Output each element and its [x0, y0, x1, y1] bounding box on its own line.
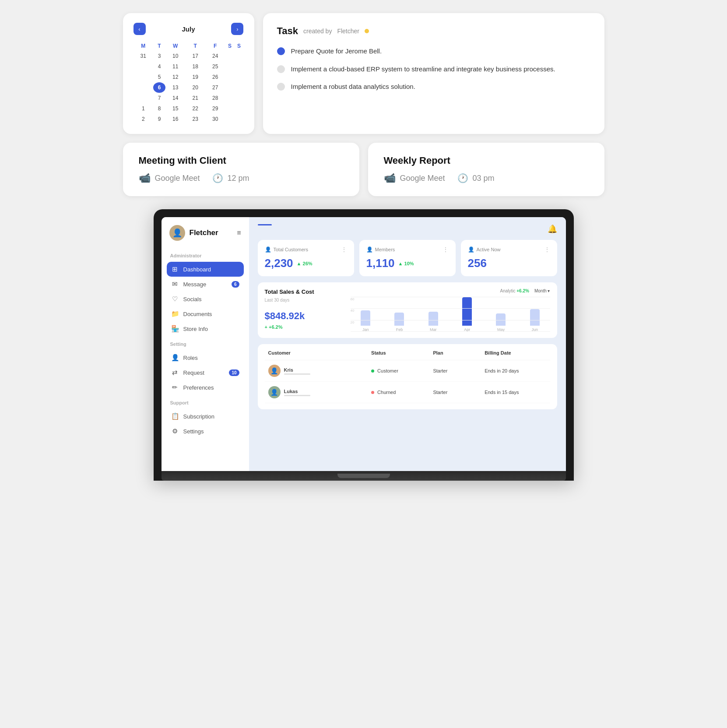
- cal-day[interactable]: 22: [185, 103, 205, 114]
- chart-month-button[interactable]: Month ▾: [534, 288, 550, 293]
- cal-day: [225, 82, 234, 93]
- cal-day[interactable]: 4: [153, 61, 165, 72]
- cal-day[interactable]: 29: [205, 103, 225, 114]
- sidebar-item-message[interactable]: ✉ Message 6: [167, 277, 244, 292]
- sidebar-item-icon: 📋: [171, 412, 179, 420]
- cal-day[interactable]: 28: [205, 93, 225, 103]
- stat-menu-icon[interactable]: ⋮: [443, 246, 449, 253]
- sidebar-item-settings[interactable]: ⚙ Settings: [167, 424, 244, 439]
- cal-day[interactable]: 15: [165, 103, 185, 114]
- stat-bottom: 256: [468, 257, 550, 270]
- sidebar-item-label: Message: [183, 281, 207, 288]
- task-item: Prepare Quote for Jerome Bell.: [277, 46, 590, 56]
- cal-day[interactable]: 25: [205, 61, 225, 72]
- sidebar-item-icon: ✏: [171, 383, 179, 391]
- status-label: Churned: [377, 390, 396, 395]
- cal-day[interactable]: 2: [133, 114, 153, 124]
- table-header-cell: Plan: [433, 350, 485, 355]
- sidebar-section-support: Support: [167, 397, 244, 407]
- platform-label: Google Meet: [400, 174, 445, 183]
- sidebar-item-documents[interactable]: 📁 Documents: [167, 306, 244, 321]
- top-section: ‹ July › M T W T F S S 31310172441118255…: [123, 13, 604, 134]
- table-header-cell: Status: [371, 350, 433, 355]
- cal-day[interactable]: 5: [153, 72, 165, 82]
- task-created-by: Fletcher: [337, 28, 359, 35]
- cal-day[interactable]: 20: [185, 82, 205, 93]
- cal-day[interactable]: 19: [185, 72, 205, 82]
- cal-day: [225, 72, 234, 82]
- sidebar-item-store-info[interactable]: 🏪 Store Info: [167, 321, 244, 336]
- cal-day[interactable]: 11: [165, 61, 185, 72]
- time-label: 03 pm: [473, 174, 495, 183]
- chart-value: $848.92k: [265, 310, 344, 322]
- bar: [361, 310, 370, 326]
- sidebar-section-setting: Setting: [167, 338, 244, 348]
- hamburger-icon[interactable]: ≡: [237, 229, 241, 237]
- cal-day[interactable]: 27: [205, 82, 225, 93]
- stat-card-1: 👤 Members ⋮ 1,110 ▲ 10%: [359, 240, 456, 276]
- sidebar-item-socials[interactable]: ♡ Socials: [167, 292, 244, 306]
- status-cell: Churned: [371, 390, 433, 395]
- laptop-screen: 👤 Fletcher ≡ Administrator ⊞ Dashboard ✉…: [162, 217, 566, 471]
- task-created-label: created by: [303, 28, 332, 35]
- cal-day[interactable]: 10: [165, 51, 185, 61]
- sidebar-item-request[interactable]: ⇄ Request 10: [167, 365, 244, 380]
- sidebar-item-icon: 📁: [171, 310, 179, 318]
- status-label: Customer: [377, 368, 398, 373]
- profile-name: Fletcher: [190, 229, 218, 237]
- platform-label: Google Meet: [155, 174, 200, 183]
- cal-day[interactable]: 26: [205, 72, 225, 82]
- cal-day[interactable]: 16: [165, 114, 185, 124]
- table-row: 👤 Lukas Churned Starter Ends in 15 days: [265, 382, 550, 403]
- stat-menu-icon[interactable]: ⋮: [341, 246, 347, 253]
- prev-month-button[interactable]: ‹: [133, 23, 146, 35]
- stat-label: 👤 Members: [366, 246, 395, 253]
- task-bullet: [277, 65, 285, 73]
- stat-icon: 👤: [468, 246, 474, 253]
- sidebar-profile: 👤 Fletcher ≡: [167, 225, 244, 241]
- task-card: Task created by Fletcher Prepare Quote f…: [263, 13, 604, 134]
- cal-day[interactable]: 17: [185, 51, 205, 61]
- cal-day[interactable]: 14: [165, 93, 185, 103]
- sidebar-item-icon: 👤: [171, 354, 179, 362]
- bar-label: Jun: [532, 327, 538, 332]
- cal-day[interactable]: 3: [153, 51, 165, 61]
- cal-day[interactable]: 13: [165, 82, 185, 93]
- cal-day[interactable]: 6: [153, 82, 165, 93]
- plan-cell: Starter: [433, 368, 485, 373]
- cal-day: [225, 93, 234, 103]
- bar-label: May: [497, 327, 505, 332]
- table-header-row: CustomerStatusPlanBilling Date: [265, 350, 550, 360]
- next-month-button[interactable]: ›: [231, 23, 243, 35]
- task-bullet: [277, 47, 285, 55]
- task-header: Task created by Fletcher: [277, 25, 590, 37]
- main-header: 🔔: [258, 224, 557, 234]
- sidebar-item-roles[interactable]: 👤 Roles: [167, 350, 244, 365]
- cal-day[interactable]: 12: [165, 72, 185, 82]
- calendar-month: July: [182, 25, 195, 33]
- cal-day[interactable]: 21: [185, 93, 205, 103]
- cal-day[interactable]: 8: [153, 103, 165, 114]
- cal-day: [234, 82, 243, 93]
- cal-day[interactable]: 9: [153, 114, 165, 124]
- cal-day[interactable]: 31: [133, 51, 153, 61]
- stat-value: 2,230: [265, 257, 293, 270]
- cal-day[interactable]: 1: [133, 103, 153, 114]
- stat-menu-icon[interactable]: ⋮: [544, 246, 550, 253]
- sidebar-item-subscription[interactable]: 📋 Subscription: [167, 409, 244, 424]
- chart-analytic: Analytic +6.2%: [500, 288, 529, 293]
- cal-day[interactable]: 23: [185, 114, 205, 124]
- customer-avatar: 👤: [268, 365, 281, 377]
- bar-group-mar: Mar: [418, 312, 448, 332]
- cal-day[interactable]: 24: [205, 51, 225, 61]
- task-status-dot: [365, 29, 369, 33]
- meeting-info: 📹 Google Meet 🕐 12 pm: [139, 172, 344, 184]
- bell-icon[interactable]: 🔔: [548, 224, 557, 234]
- cal-day[interactable]: 7: [153, 93, 165, 103]
- status-cell: Customer: [371, 368, 433, 373]
- cal-day[interactable]: 30: [205, 114, 225, 124]
- sidebar-item-dashboard[interactable]: ⊞ Dashboard: [167, 262, 244, 277]
- cal-day[interactable]: 18: [185, 61, 205, 72]
- sidebar-item-preferences[interactable]: ✏ Preferences: [167, 380, 244, 395]
- task-item-text: Prepare Quote for Jerome Bell.: [291, 46, 382, 56]
